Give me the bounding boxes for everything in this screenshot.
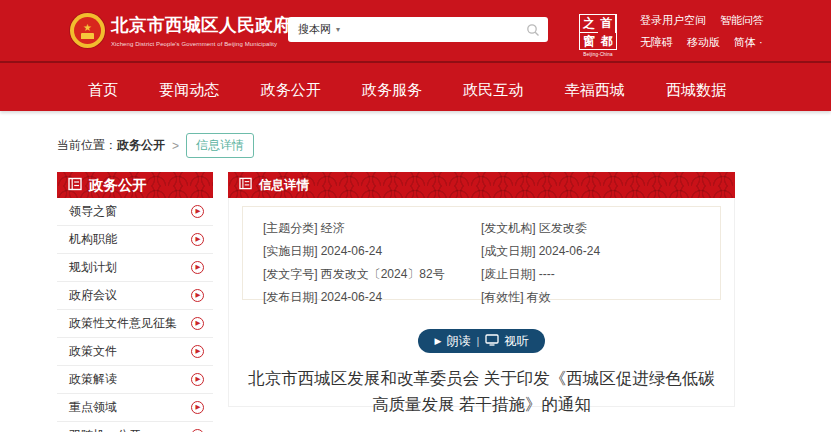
sidebar-item-label: 政策解读 [69,371,117,388]
sidebar-item[interactable]: 政策文件 ▶ [57,338,213,366]
media-button-row: ▶ 朗读 | 视听 [229,329,734,353]
site-brand[interactable]: 北京市西城区人民政府 Xicheng District People's Gov… [111,13,291,47]
circled-arrow-icon: ▶ [191,261,204,274]
seal-character: 首 [598,15,616,33]
breadcrumb-prefix: 当前位置： [57,137,117,154]
metadata-label: [发布日期] [263,290,318,304]
metadata-value: 2024-06-24 [321,290,382,304]
sidebar-menu: 领导之窗 ▶ 机构职能 ▶ 规划计划 ▶ 政府会议 ▶ [57,198,213,432]
sidebar-item-label: 机构职能 [69,231,117,248]
header-link[interactable]: 智能问答 [720,13,764,28]
sidebar-item[interactable]: 双随机一公开 ▶ [57,422,213,432]
circled-arrow-icon: ▶ [191,233,204,246]
sidebar-item[interactable]: 政策性文件意见征集 ▶ [57,310,213,338]
sidebar-item[interactable]: 规划计划 ▶ [57,254,213,282]
metadata-row: [有效性]有效 [481,289,600,306]
sidebar-item-label: 领导之窗 [69,203,117,220]
document-icon [68,177,82,194]
sidebar-item[interactable]: 政府会议 ▶ [57,282,213,310]
nav-item[interactable]: 政务服务 [362,81,422,100]
play-icon: ▶ [435,336,442,346]
emblem-inner: ★ [74,17,101,44]
header-link[interactable]: 登录用户空间 [640,13,706,28]
main-content: 信息详情 [主题分类]经济 [实施日期]2024-06-24 [发文字号]西发改… [228,172,735,432]
header-link[interactable]: 简体 · [734,35,763,50]
metadata-column-left: [主题分类]经济 [实施日期]2024-06-24 [发文字号]西发改文〔202… [263,220,481,299]
search-icon[interactable] [526,23,540,37]
circled-arrow-icon: ▶ [191,373,204,386]
metadata-row: [实施日期]2024-06-24 [263,243,481,260]
circled-arrow-icon: ▶ [191,401,204,414]
header-quick-links: 登录用户空间智能问答 无障碍移动版简体 · [640,13,764,57]
nav-item[interactable]: 西城数据 [666,81,726,100]
search-bar: 搜本网 ▾ [288,17,548,42]
article-title: 北京市西城区发展和改革委员会 关于印发《西城区促进绿色低碳高质量发展 若干措施》… [241,365,723,417]
detail-panel: [主题分类]经济 [实施日期]2024-06-24 [发文字号]西发改文〔202… [228,198,735,407]
document-icon [239,177,252,193]
nav-item[interactable]: 政民互动 [463,81,523,100]
button-divider: | [477,335,480,347]
capital-window-seal[interactable]: 之首窗都 Beijing-China [577,14,619,57]
sidebar-item-label: 政策文件 [69,343,117,360]
metadata-value: 西发改文〔2024〕82号 [321,267,445,281]
gate-icon [81,33,94,39]
content-columns: 政务公开 领导之窗 ▶ 机构职能 ▶ 规划计划 ▶ [57,172,831,432]
sidebar-header: 政务公开 [57,172,213,198]
metadata-row: [发文机构]区发改委 [481,220,600,237]
nav-item[interactable]: 政务公开 [261,81,321,100]
sidebar-item-label: 规划计划 [69,259,117,276]
metadata-box: [主题分类]经济 [实施日期]2024-06-24 [发文字号]西发改文〔202… [242,206,721,300]
breadcrumb: 当前位置： 政务公开 > 信息详情 [57,133,831,158]
site-subtitle: Xicheng District People's Government of … [111,41,291,47]
quick-links-row-2: 无障碍移动版简体 · [640,35,764,50]
metadata-value: ---- [539,267,555,281]
sidebar-item-label: 双随机一公开 [69,427,141,432]
breadcrumb-current-tag: 信息详情 [186,133,254,158]
circled-arrow-icon: ▶ [191,289,204,302]
metadata-column-right: [发文机构]区发改委 [成文日期]2024-06-24 [废止日期]---- [… [481,220,600,299]
metadata-row: [主题分类]经济 [263,220,481,237]
seal-grid: 之首窗都 [579,14,617,50]
panel-header: 信息详情 [228,172,735,198]
metadata-label: [有效性] [481,290,524,304]
sidebar-item[interactable]: 机构职能 ▶ [57,226,213,254]
circled-arrow-icon: ▶ [191,317,204,330]
header-link[interactable]: 移动版 [687,35,720,50]
site-title: 北京市西城区人民政府 [111,13,291,37]
nav-item[interactable]: 幸福西城 [565,81,625,100]
nav-item[interactable]: 要闻动态 [159,81,219,100]
breadcrumb-section-link[interactable]: 政务公开 [117,137,165,154]
sidebar-item[interactable]: 重点领域 ▶ [57,394,213,422]
sidebar-item[interactable]: 领导之窗 ▶ [57,198,213,226]
metadata-value: 2024-06-24 [321,244,382,258]
metadata-label: [发文机构] [481,221,536,235]
seal-character: 之 [580,15,598,33]
sidebar-item-label: 重点领域 [69,399,117,416]
metadata-row: [成文日期]2024-06-24 [481,243,600,260]
read-listen-button[interactable]: ▶ 朗读 | 视听 [418,329,546,353]
metadata-label: [成文日期] [481,244,536,258]
metadata-value: 2024-06-24 [539,244,600,258]
metadata-row: [废止日期]---- [481,266,600,283]
seal-character: 窗 [580,33,598,50]
header-link[interactable]: 无障碍 [640,35,673,50]
breadcrumb-separator: > [172,139,179,153]
site-header: ★ 北京市西城区人民政府 Xicheng District People's G… [0,0,831,63]
metadata-value: 有效 [527,290,551,304]
panel-title: 信息详情 [259,177,309,194]
metadata-label: [主题分类] [263,221,318,235]
nav-item[interactable]: 首页 [88,81,118,100]
sidebar: 政务公开 领导之窗 ▶ 机构职能 ▶ 规划计划 ▶ [57,172,213,432]
seal-caption: Beijing-China [577,52,619,57]
sidebar-item[interactable]: 政策解读 ▶ [57,366,213,394]
search-input[interactable] [340,17,526,42]
quick-links-row-1: 登录用户空间智能问答 [640,13,764,28]
star-icon: ★ [83,23,92,32]
metadata-row: [发布日期]2024-06-24 [263,289,481,306]
listen-label: 视听 [504,333,528,350]
search-scope-label: 搜本网 [298,22,331,37]
metadata-value: 区发改委 [539,221,587,235]
metadata-value: 经济 [321,221,345,235]
sidebar-title: 政务公开 [89,176,147,195]
search-scope-dropdown[interactable]: 搜本网 ▾ [298,22,340,37]
